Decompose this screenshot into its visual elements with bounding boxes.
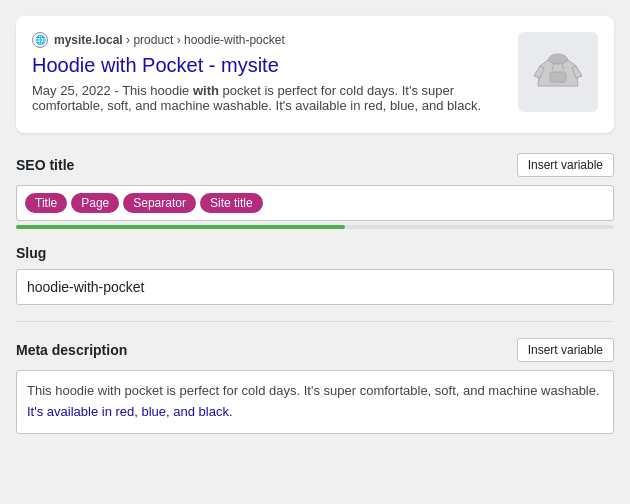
seo-title-group: SEO title Insert variable Title Page Sep… — [16, 153, 614, 229]
search-preview-card: 🌐 mysite.local › product › hoodie-with-p… — [16, 16, 614, 133]
url-breadcrumb: mysite.local › product › hoodie-with-poc… — [54, 33, 285, 47]
seo-title-header: SEO title Insert variable — [16, 153, 614, 177]
search-result-date: May 25, 2022 - This hoodie with pocket i… — [32, 83, 502, 113]
product-image — [518, 32, 598, 112]
hoodie-icon — [530, 44, 586, 100]
token-title[interactable]: Title — [25, 193, 67, 213]
search-result-url: 🌐 mysite.local › product › hoodie-with-p… — [32, 32, 502, 48]
slug-field[interactable]: hoodie-with-pocket — [16, 269, 614, 305]
search-result-content: 🌐 mysite.local › product › hoodie-with-p… — [32, 32, 502, 117]
meta-description-label: Meta description — [16, 342, 127, 358]
token-separator[interactable]: Separator — [123, 193, 196, 213]
token-site-title[interactable]: Site title — [200, 193, 263, 213]
svg-rect-0 — [550, 72, 566, 82]
seo-title-field[interactable]: Title Page Separator Site title — [16, 185, 614, 221]
slug-group: Slug hoodie-with-pocket — [16, 245, 614, 305]
section-divider — [16, 321, 614, 322]
url-domain: mysite.local — [54, 33, 123, 47]
meta-description-link-text: It's available in red, blue, and black. — [27, 404, 233, 419]
meta-description-insert-variable-button[interactable]: Insert variable — [517, 338, 614, 362]
seo-title-progress-bar — [16, 225, 614, 229]
meta-description-field[interactable]: This hoodie with pocket is perfect for c… — [16, 370, 614, 434]
date-separator: - — [114, 83, 122, 98]
meta-description-plain-text: This hoodie with pocket is perfect for c… — [27, 383, 600, 398]
token-page[interactable]: Page — [71, 193, 119, 213]
slug-value: hoodie-with-pocket — [27, 279, 145, 295]
slug-header: Slug — [16, 245, 614, 261]
meta-description-group: Meta description Insert variable This ho… — [16, 338, 614, 434]
seo-title-insert-variable-button[interactable]: Insert variable — [517, 153, 614, 177]
seo-title-label: SEO title — [16, 157, 74, 173]
date-value: May 25, 2022 — [32, 83, 111, 98]
seo-title-progress-fill — [16, 225, 345, 229]
globe-icon: 🌐 — [32, 32, 48, 48]
slug-label: Slug — [16, 245, 46, 261]
search-result-title[interactable]: Hoodie with Pocket - mysite — [32, 54, 502, 77]
url-path: product › hoodie-with-pocket — [133, 33, 284, 47]
meta-description-header: Meta description Insert variable — [16, 338, 614, 362]
